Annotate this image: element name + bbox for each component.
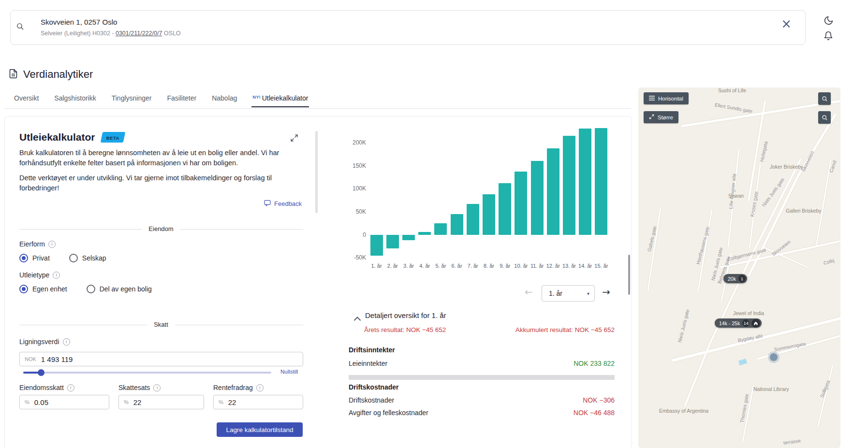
dark-mode-icon[interactable] [822,14,835,27]
property-search-result-card[interactable]: Skovveien 1, 0257 Oslo Selveier (Leiligh… [10,10,806,45]
prev-year-arrow[interactable]: ← [525,286,533,298]
radio-privat[interactable]: Privat [19,254,50,262]
page-title: Verdianalytiker [23,68,93,81]
x-tick-label: 12. år [545,263,561,269]
x-tick-label: 3. år [400,263,416,269]
map-horizontal-button[interactable]: Horisontal [644,92,689,104]
info-icon[interactable]: i [48,241,56,248]
price-marker-14k-25k[interactable]: 14k - 25k14 [715,318,762,328]
tab-nabolag[interactable]: Nabolag [211,91,238,107]
y-tick-label: 200K [344,139,366,146]
radio-circle[interactable] [19,254,28,262]
field-label: Rentefradragi [213,384,303,391]
property-details: Selveier (Leilighet) H0302 - 0301/211/22… [41,30,181,37]
field-eiendomsskatt: Eiendomsskatti%0.05 [19,384,109,409]
calculator-header: Utleiekalkulator BETA [19,131,125,143]
map-panel[interactable]: Sushi of LifeEllert Sundts gateHoltegata… [638,87,840,448]
slider-track[interactable] [23,372,271,374]
bar-7-r [467,204,479,235]
currency-prefix: NOK [25,356,36,362]
y-tick-label: -50K [344,254,366,261]
section-label: Eiendom [142,225,180,232]
y-tick-label: 50K [344,208,366,215]
ligningsverdi-input[interactable]: NOK 1 493 119 [19,352,303,366]
income-heading: Driftsinntekter [349,346,395,354]
field-skattesats: Skattesatsi%22 [118,384,204,409]
bar-5-r [434,223,447,235]
document-icon [8,69,18,81]
field-rentefradrag: Rentefradragi%22 [213,384,303,409]
intro-paragraph-2: Dette verktøyet er under utvikling. Vi t… [19,173,280,193]
section-divider-eiendom: Eiendom [19,229,303,230]
percent-prefix: % [219,399,223,405]
feedback-link[interactable]: Feedback [264,199,302,208]
reset-link[interactable]: Nullstill [280,369,298,375]
tab-utleiekalkulator[interactable]: NY!Utleiekalkulator [251,91,309,107]
tab-fasiliteter[interactable]: Fasiliteter [166,91,197,107]
x-tick-label: 4. år [417,263,433,269]
left-panel-scrollbar[interactable] [315,131,318,213]
x-tick-label: 1. år [368,263,384,269]
utleietype-label: Utleietypei [19,271,60,279]
map-roads [638,87,840,448]
ligningsverdi-slider[interactable] [19,368,276,376]
calculator-title: Utleiekalkulator [19,131,95,143]
y-tick-label: 0 [344,231,366,238]
tab-salgshistorikk[interactable]: Salgshistorikk [53,91,97,107]
save-calculator-state-button[interactable]: Lagre kalkulatortilstand [217,422,303,437]
info-icon[interactable]: i [53,272,60,279]
notifications-bell-icon[interactable] [822,29,835,42]
marker-count-badge: 14 [742,319,750,327]
map-zoom-button-2[interactable] [818,111,831,124]
result-row-driftskostnader: DriftskostnaderNOK −306 [349,396,615,406]
rentefradrag-input[interactable]: %22 [213,395,303,409]
map-enlarge-button[interactable]: Større [644,111,678,123]
info-icon[interactable]: i [153,384,161,391]
radio-circle[interactable] [69,254,78,262]
bar-3-r [402,235,415,240]
radio-del-av-egen-bolig[interactable]: Del av egen bolig [87,285,152,293]
radio-circle[interactable] [19,285,28,293]
close-icon[interactable]: × [781,17,792,30]
collapse-chevron-icon[interactable] [354,314,361,323]
info-icon[interactable]: i [256,384,264,391]
cadastre-link[interactable]: 0301/211/222/0/7 [116,30,162,37]
detail-title: Detaljert oversikt for 1. år [365,311,446,319]
radio-selskap[interactable]: Selskap [69,254,106,262]
slider-thumb[interactable] [38,369,44,376]
ownership-text: Selveier (Leilighet) H0302 - [41,30,116,37]
tab-tinglysninger[interactable]: Tinglysninger [111,91,153,107]
price-marker-20k[interactable]: 20k1 [723,274,747,283]
costs-heading: Driftskostnader [349,383,398,391]
cost-rows: DriftskostnaderNOK −306Avgifter og felle… [349,396,615,421]
eierform-options: PrivatSelskap [19,254,126,262]
field-value: 22 [228,398,236,406]
eiendomsskatt-input[interactable]: %0.05 [19,395,109,409]
skattesats-input[interactable]: %22 [118,395,204,409]
tab-oversikt[interactable]: Oversikt [13,91,40,107]
expand-panel-icon[interactable] [290,134,298,144]
next-year-arrow[interactable]: → [602,286,610,298]
map-label-jewel-of-india: Jewel of India [733,310,764,316]
x-tick-label: 11. år [529,263,545,269]
marker-price-label: 14k - 25k [719,320,740,326]
radio-egen-enhet[interactable]: Egen enhet [19,285,67,293]
percent-prefix: % [124,399,129,405]
info-icon[interactable]: i [67,384,74,391]
bar-8-r [483,194,495,235]
radio-circle[interactable] [87,285,95,293]
x-tick-label: 5. år [433,263,449,269]
field-value: 0.05 [34,398,48,406]
percent-prefix: % [25,399,29,405]
radio-label: Selskap [82,254,106,262]
main-scrollbar[interactable] [628,255,630,295]
info-icon[interactable]: i [63,338,70,346]
accumulated-result: Akkumulert resultat: NOK −45 652 [515,326,615,333]
row-value: NOK −306 [583,396,615,406]
bar-4-r [418,232,431,235]
year-select[interactable]: 1. år ▾ [542,285,595,302]
expand-icon [649,114,654,120]
bar-12-r [547,148,559,235]
radio-label: Privat [32,254,50,262]
map-zoom-button-1[interactable] [818,92,831,105]
